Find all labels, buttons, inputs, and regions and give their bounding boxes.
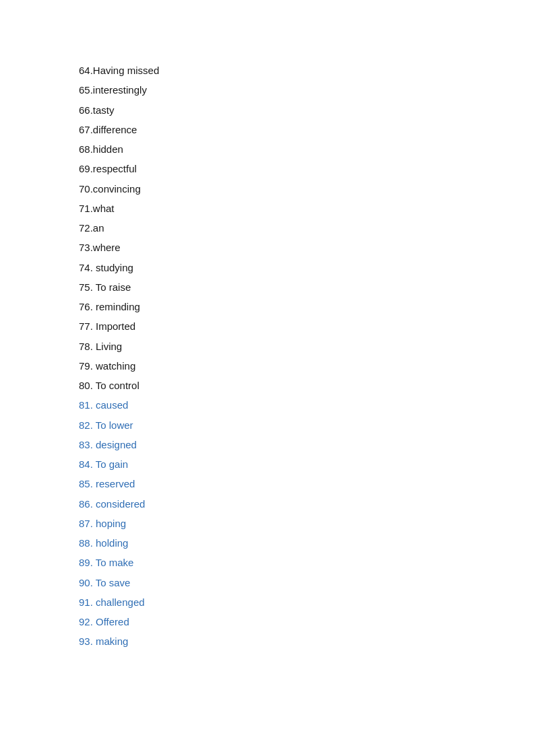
list-item: 78. Living bbox=[79, 337, 535, 356]
list-item: 79. watching bbox=[79, 356, 535, 376]
list-item: 65.interestingly bbox=[79, 80, 535, 100]
list-item: 92. Offered bbox=[79, 612, 535, 631]
list-item: 73.where bbox=[79, 238, 535, 257]
list-item: 86. considered bbox=[79, 494, 535, 514]
list-item: 91. challenged bbox=[79, 592, 535, 612]
list-item: 82. To lower bbox=[79, 415, 535, 435]
list-item: 83. designed bbox=[79, 435, 535, 454]
list-item: 93. making bbox=[79, 631, 535, 651]
list-item: 84. To gain bbox=[79, 454, 535, 474]
list-item: 80. To control bbox=[79, 376, 535, 395]
list-item: 66.tasty bbox=[79, 100, 535, 120]
list-item: 87. hoping bbox=[79, 514, 535, 533]
list-item: 85. reserved bbox=[79, 474, 535, 493]
list-item: 77. Imported bbox=[79, 316, 535, 336]
list-item: 89. To make bbox=[79, 553, 535, 572]
list-container: 64.Having missed65.interestingly66.tasty… bbox=[0, 0, 535, 692]
list-item: 71.what bbox=[79, 199, 535, 218]
list-item: 81. caused bbox=[79, 395, 535, 415]
list-item: 70.convincing bbox=[79, 179, 535, 199]
list-item: 69.respectful bbox=[79, 159, 535, 178]
list-item: 72.an bbox=[79, 218, 535, 238]
list-item: 88. holding bbox=[79, 533, 535, 553]
list-item: 76. reminding bbox=[79, 297, 535, 316]
list-item: 67.difference bbox=[79, 120, 535, 139]
list-item: 90. To save bbox=[79, 573, 535, 592]
list-item: 75. To raise bbox=[79, 277, 535, 297]
list-item: 68.hidden bbox=[79, 139, 535, 159]
list-item: 74. studying bbox=[79, 258, 535, 277]
list-item: 64.Having missed bbox=[79, 61, 535, 80]
